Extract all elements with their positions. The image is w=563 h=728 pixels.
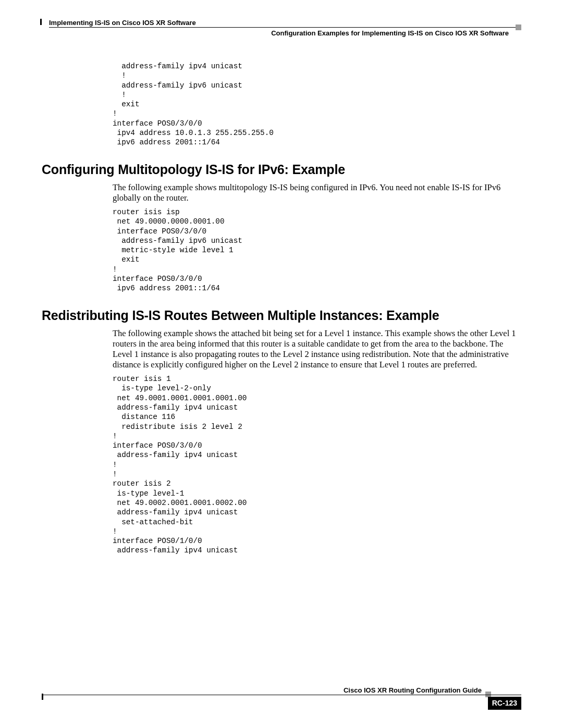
page-number: RC-123 <box>488 697 521 710</box>
section-heading-multitopology: Configuring Multitopology IS-IS for IPv6… <box>42 162 521 177</box>
page-footer: Cisco IOS XR Routing Configuration Guide… <box>42 686 521 707</box>
page-header: Implementing IS-IS on Cisco IOS XR Softw… <box>42 15 521 39</box>
footer-rule <box>42 695 521 695</box>
section-paragraph-redistribute: The following example shows the attached… <box>113 328 521 371</box>
code-block-redistribute: router isis 1 is-type level-2-only net 4… <box>113 374 521 556</box>
header-chapter-title: Implementing IS-IS on Cisco IOS XR Softw… <box>49 19 196 27</box>
header-marker-box <box>516 24 521 30</box>
code-block-multitopology: router isis isp net 49.0000.0000.0001.00… <box>113 207 521 293</box>
footer-guide-title: Cisco IOS XR Routing Configuration Guide <box>344 686 482 694</box>
page-content: address-family ipv4 unicast ! address-fa… <box>42 61 521 570</box>
header-rule <box>49 27 521 28</box>
header-section-title: Configuration Examples for Implementing … <box>271 29 509 37</box>
section-paragraph-multitopology: The following example shows multitopolog… <box>113 182 521 203</box>
code-block-intro: address-family ipv4 unicast ! address-fa… <box>113 61 521 147</box>
section-heading-redistribute: Redistributing IS-IS Routes Between Mult… <box>42 308 521 323</box>
page: Implementing IS-IS on Cisco IOS XR Softw… <box>42 15 521 713</box>
